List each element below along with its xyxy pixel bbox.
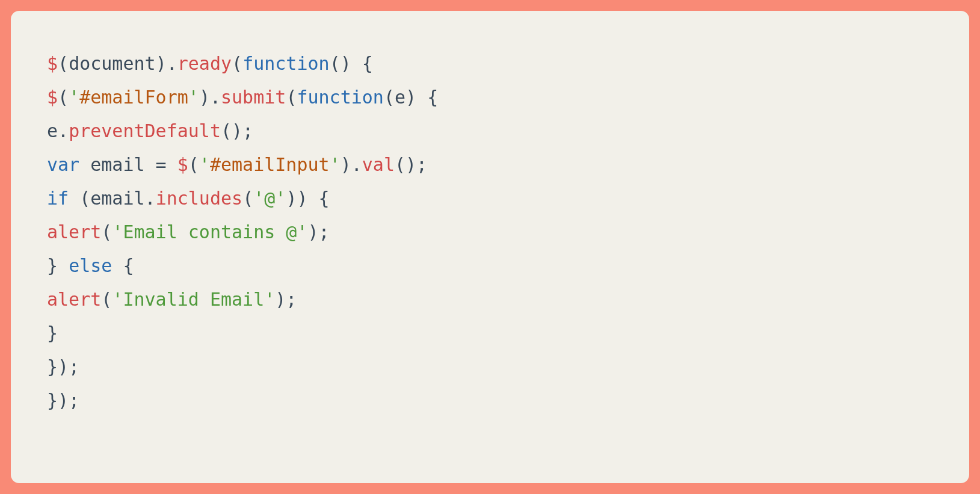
code-token: ( xyxy=(188,154,199,175)
code-panel: $(document).ready(function() { $('#email… xyxy=(11,11,969,483)
code-line: if (email.includes('@')) { xyxy=(47,188,330,209)
code-line: }); xyxy=(47,390,79,411)
code-token: if xyxy=(47,188,69,209)
code-token: ' xyxy=(330,154,341,175)
code-line: alert('Invalid Email'); xyxy=(47,289,297,310)
code-token: ); xyxy=(275,289,297,310)
code-line: } else { xyxy=(47,255,134,276)
code-token: )) { xyxy=(286,188,329,209)
code-line: }); xyxy=(47,356,79,377)
code-token: email = xyxy=(79,154,177,175)
code-token: ); xyxy=(307,221,329,242)
code-token: () { xyxy=(330,53,373,74)
code-token: val xyxy=(362,154,395,175)
code-token: $ xyxy=(47,87,58,108)
code-token: (e) { xyxy=(384,87,438,108)
code-token: (email. xyxy=(69,188,156,209)
code-token: ( xyxy=(101,221,112,242)
code-token: #emailInput xyxy=(210,154,330,175)
code-line: var email = $('#emailInput').val(); xyxy=(47,154,427,175)
code-token: submit xyxy=(221,87,286,108)
code-token: function xyxy=(297,87,384,108)
code-token: ). xyxy=(341,154,362,175)
code-token: $ xyxy=(47,53,58,74)
code-token: 'Invalid Email' xyxy=(112,289,275,310)
code-line: $(document).ready(function() { xyxy=(47,53,373,74)
code-token: ( xyxy=(58,53,69,74)
code-token: alert xyxy=(47,221,101,242)
code-token: 'Email contains @' xyxy=(112,221,307,242)
code-token: ). xyxy=(199,87,221,108)
code-token: }); xyxy=(47,390,79,411)
code-line: $('#emailForm').submit(function(e) { xyxy=(47,87,438,108)
code-token: ' xyxy=(199,154,210,175)
code-token: ' xyxy=(188,87,199,108)
code-line: } xyxy=(47,323,58,344)
code-token: preventDefault xyxy=(69,120,221,141)
code-token: '@' xyxy=(253,188,286,209)
code-token: ready xyxy=(177,53,232,74)
code-token: ). xyxy=(156,53,177,74)
code-token: ( xyxy=(232,53,242,74)
code-token: else xyxy=(69,255,112,276)
code-token: ( xyxy=(242,188,253,209)
code-token: } xyxy=(47,323,58,344)
code-token: ( xyxy=(286,87,297,108)
code-line: alert('Email contains @'); xyxy=(47,221,330,242)
code-token: #emailForm xyxy=(79,87,188,108)
code-token: $ xyxy=(177,154,188,175)
code-token: ( xyxy=(101,289,112,310)
code-token: { xyxy=(112,255,134,276)
code-token: (); xyxy=(221,120,253,141)
code-token: e. xyxy=(47,120,69,141)
code-token: document xyxy=(69,53,156,74)
code-token: } xyxy=(47,255,69,276)
code-token: function xyxy=(242,53,330,74)
code-token: var xyxy=(47,154,79,175)
code-block: $(document).ready(function() { $('#email… xyxy=(47,47,933,418)
code-token: }); xyxy=(47,356,79,377)
code-token: alert xyxy=(47,289,101,310)
code-token: ' xyxy=(69,87,79,108)
code-token: includes xyxy=(156,188,243,209)
code-token: (); xyxy=(395,154,427,175)
code-line: e.preventDefault(); xyxy=(47,120,253,141)
code-token: ( xyxy=(58,87,69,108)
